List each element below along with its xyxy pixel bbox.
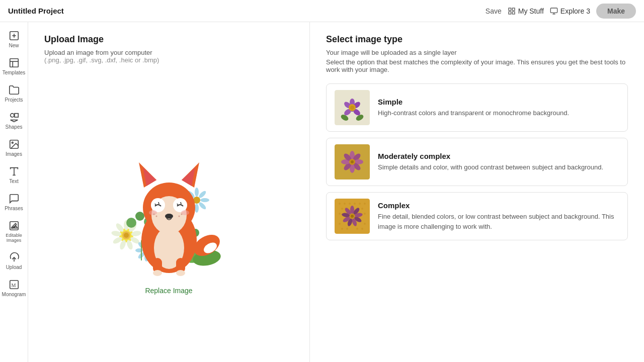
upload-subtitle: Upload an image from your computer [44,49,293,56]
svg-point-13 [10,114,14,117]
sidebar-projects-label: Projects [5,97,23,103]
replace-image-button[interactable]: Replace Image [145,287,192,295]
project-title: Untitled Project [8,7,486,15]
sidebar-templates-label: Templates [3,70,26,75]
sidebar-item-shapes[interactable]: Shapes [0,108,28,134]
sidebar: New Templates Projects [0,22,28,362]
svg-point-50 [195,204,199,213]
my-stuff-button[interactable]: My Stuff [508,7,544,15]
svg-point-120 [341,208,343,210]
upload-icon [9,252,20,263]
explore-icon [550,7,558,15]
svg-rect-20 [10,222,18,230]
svg-point-85 [165,214,173,219]
text-icon [9,166,20,177]
sidebar-upload-label: Upload [6,264,22,270]
sidebar-text-label: Text [9,178,18,184]
svg-marker-15 [10,120,18,122]
right-panel: Select image type Your image will be upl… [310,22,644,362]
projects-icon [9,84,20,96]
sidebar-images-label: Images [6,151,22,157]
svg-point-86 [153,213,154,215]
phrases-icon [9,193,20,204]
sidebar-item-editable-images[interactable]: Editable Images [0,216,28,247]
complex-info: Complex Fine detail, blended colors, or … [378,201,619,231]
svg-point-26 [124,233,129,238]
svg-point-119 [364,203,366,205]
content-area: Upload Image Upload an image from your c… [28,22,644,362]
svg-point-88 [181,213,182,215]
image-preview: Replace Image [44,74,293,350]
svg-point-114 [339,203,341,205]
images-icon [9,139,20,150]
svg-point-133 [346,228,348,230]
type-card-simple[interactable]: Simple High-contrast colors and transpar… [326,83,628,132]
select-type-title: Select image type [326,34,628,45]
complex-name: Complex [378,201,619,210]
svg-point-124 [361,208,363,210]
sidebar-item-images[interactable]: Images [0,135,28,161]
topbar: Untitled Project Save My Stuff Explore 3… [0,0,644,22]
sidebar-shapes-label: Shapes [6,124,23,130]
type-card-complex[interactable]: Complex Fine detail, blended colors, or … [326,192,628,240]
sidebar-phrases-label: Phrases [5,206,23,211]
svg-point-69 [153,270,162,276]
explore-label: Explore 3 [560,7,590,15]
complex-desc: Fine detail, blended colors, or low cont… [378,212,619,231]
my-stuff-label: My Stuff [518,7,544,15]
sidebar-item-upload[interactable]: Upload [0,248,28,274]
shapes-icon [9,112,20,123]
sidebar-item-text[interactable]: Text [0,162,28,188]
svg-point-98 [350,106,354,110]
upload-hint: (.png, .jpg, .gif, .svg, .dxf, .heic or … [44,56,293,64]
new-icon [9,30,20,41]
svg-point-17 [12,142,13,143]
svg-point-117 [354,203,356,205]
svg-point-116 [349,203,351,205]
sidebar-item-monogram[interactable]: M Monogram [0,275,28,301]
svg-point-46 [195,188,199,197]
sidebar-monogram-label: Monogram [2,292,26,297]
editable-images-icon [9,220,20,231]
sidebar-item-new[interactable]: New [0,26,28,52]
simple-desc: High-contrast colors and transparent or … [378,108,619,118]
sidebar-new-label: New [9,43,19,48]
make-button[interactable]: Make [596,4,636,19]
fox-illustration [99,130,239,281]
svg-point-87 [155,215,157,217]
monogram-icon: M [9,279,20,290]
moderate-name: Moderately complex [378,152,619,160]
main-layout: New Templates Projects [0,22,644,362]
svg-point-132 [361,228,363,230]
svg-point-112 [351,160,354,163]
sidebar-editable-images-label: Editable Images [2,233,26,243]
type-card-moderately-complex[interactable]: Moderately complex Simple details and co… [326,138,628,186]
svg-point-48 [200,198,209,202]
sidebar-item-phrases[interactable]: Phrases [0,189,28,215]
sidebar-item-projects[interactable]: Projects [0,80,28,107]
save-button[interactable]: Save [486,7,502,15]
svg-point-118 [359,203,361,205]
explore-button[interactable]: Explore 3 [550,7,590,15]
svg-line-82 [181,202,181,204]
topbar-right: Save My Stuff Explore 3 Make [486,4,636,19]
svg-point-146 [351,215,354,218]
svg-rect-2 [509,12,511,14]
svg-point-115 [344,203,346,205]
moderate-desc: Simple details and color, with good cont… [378,162,619,172]
moderate-thumb [335,144,370,179]
svg-point-89 [178,215,180,217]
upload-title: Upload Image [44,34,293,45]
svg-point-43 [135,248,143,252]
svg-point-125 [339,213,341,215]
svg-point-83 [149,210,157,215]
svg-rect-1 [512,8,515,11]
svg-point-54 [126,218,136,228]
svg-rect-3 [512,12,515,14]
simple-thumb [335,90,370,125]
complex-thumb [335,199,370,234]
sidebar-item-templates[interactable]: Templates [0,53,28,79]
svg-rect-14 [14,114,18,117]
simple-info: Simple High-contrast colors and transpar… [378,98,619,118]
svg-rect-4 [550,8,557,13]
